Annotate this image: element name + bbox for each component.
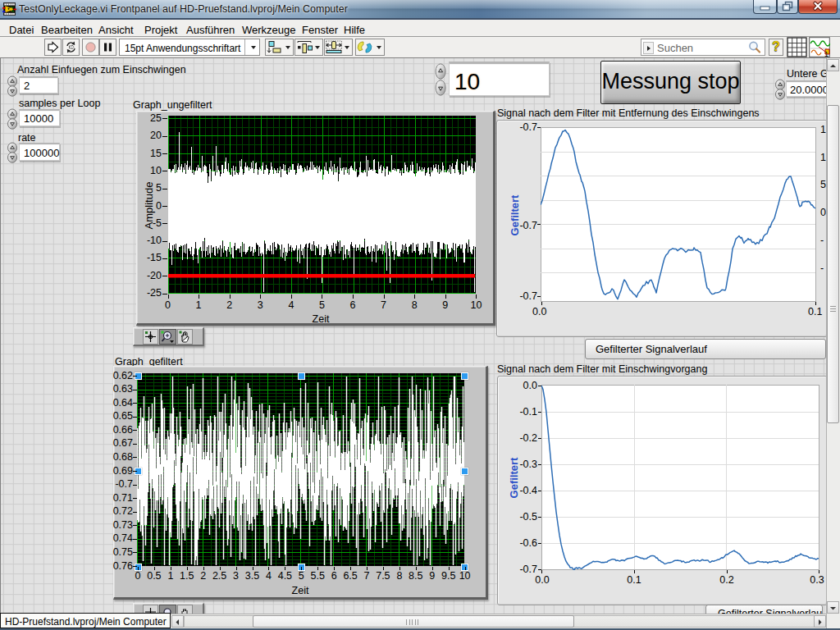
svg-text:1: 1 xyxy=(824,50,829,57)
